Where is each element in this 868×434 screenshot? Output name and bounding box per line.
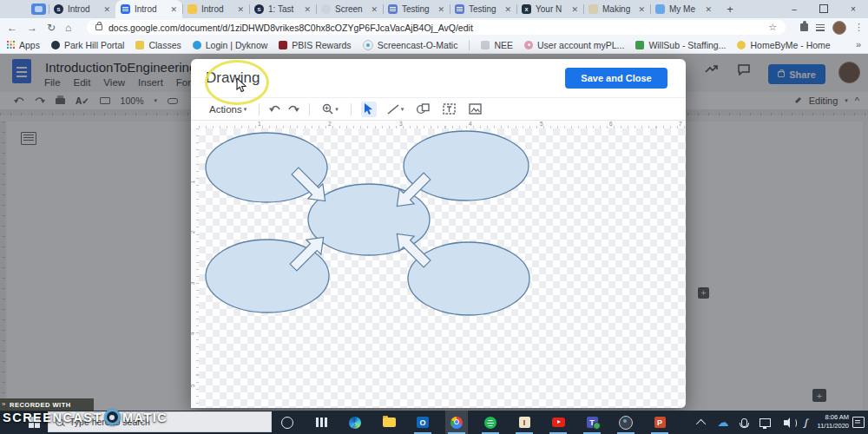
tab-close-icon[interactable]: ✕ <box>437 5 444 14</box>
action-center-icon[interactable] <box>852 417 865 428</box>
stylus-icon[interactable]: ∫ <box>800 416 812 430</box>
tab-label: Introd <box>201 4 234 14</box>
ruler-number: 1 <box>189 181 195 184</box>
generic-icon <box>321 4 331 14</box>
close-button[interactable]: × <box>838 0 868 17</box>
tab-close-icon[interactable]: ✕ <box>170 5 177 14</box>
tab-label: My Me <box>669 4 702 14</box>
reload-icon[interactable]: ↻ <box>47 22 56 34</box>
page-icon <box>481 41 490 49</box>
text-box-tool[interactable] <box>440 102 458 116</box>
network-icon[interactable] <box>759 416 771 430</box>
drawing-canvas[interactable] <box>199 128 686 408</box>
teams-icon[interactable]: T <box>581 411 603 434</box>
browser-tab[interactable]: Introd ✕ <box>115 0 182 18</box>
schoology-icon: S <box>254 4 264 14</box>
pbis-icon <box>279 41 287 49</box>
file-explorer-icon[interactable] <box>378 411 400 434</box>
browser-tab[interactable]: Making ✕ <box>583 0 650 18</box>
insert-image-tool[interactable] <box>466 102 484 116</box>
youtube-icon[interactable] <box>547 411 569 434</box>
system-tray: ☁ ∫ <box>696 411 812 434</box>
task-view-icon[interactable] <box>310 411 332 434</box>
tab-label: Screen <box>335 4 368 14</box>
undo-icon[interactable] <box>269 104 280 114</box>
bookmarks-overflow-icon[interactable]: » <box>856 39 861 49</box>
bookmark-item[interactable]: PBIS Rewards <box>279 40 351 50</box>
forward-icon[interactable]: → <box>27 22 37 34</box>
browser-tab[interactable]: S 1: Tast ✕ <box>249 0 316 18</box>
browser-menu-icon[interactable]: ⋮ <box>854 22 864 33</box>
browser-tab[interactable]: Testing ✕ <box>383 0 450 18</box>
url-input[interactable]: docs.google.com/document/d/1ziDHWD8vrike… <box>87 20 786 35</box>
ruler-number: 2 <box>189 231 195 234</box>
extensions-icon[interactable] <box>800 23 808 31</box>
tab-close-icon[interactable]: ✕ <box>638 5 645 14</box>
drawing-ellipse[interactable] <box>408 242 529 315</box>
bookmark-item[interactable]: WillSub - Staffing... <box>635 40 726 50</box>
browser-tab[interactable]: Testing ✕ <box>450 0 516 18</box>
screencast-o-matic-icon[interactable] <box>615 411 637 434</box>
home-icon[interactable]: ⌂ <box>65 22 71 34</box>
browser-tab[interactable]: X Your N ✕ <box>516 0 583 18</box>
maximize-button[interactable] <box>809 0 838 17</box>
bookmark-item[interactable]: Classes <box>135 40 181 50</box>
bookmark-star-icon[interactable]: ☆ <box>768 22 777 33</box>
bookmark-item[interactable]: Screencast-O-Matic <box>363 40 458 50</box>
speaker-icon[interactable] <box>779 416 792 430</box>
minimize-button[interactable]: – <box>779 0 809 17</box>
browser-tab[interactable]: Screen ✕ <box>316 0 383 18</box>
bookmark-item[interactable]: Park Hill Portal <box>51 40 124 50</box>
onedrive-icon[interactable]: ☁ <box>717 416 729 430</box>
address-bar-row: ← → ↻ ⌂ docs.google.com/document/d/1ziDH… <box>0 18 868 36</box>
zoom-icon <box>322 103 333 115</box>
zoom-tool[interactable]: ▾ <box>319 102 341 116</box>
tab-close-icon[interactable]: ✕ <box>571 5 578 14</box>
ruler-number: 5 <box>189 385 195 388</box>
profile-avatar[interactable] <box>832 21 846 35</box>
ruler-number: 6 <box>609 121 613 127</box>
chevron-up-icon[interactable] <box>696 416 708 430</box>
tab-close-icon[interactable]: ✕ <box>237 5 244 14</box>
browser-tab[interactable]: Introd ✕ <box>182 0 249 18</box>
edge-icon[interactable] <box>344 411 366 434</box>
spotify-icon[interactable] <box>479 411 502 434</box>
browser-tab[interactable]: S Introd ✕ <box>49 0 115 18</box>
bookmark-item[interactable]: HomeByMe - Home <box>737 40 830 50</box>
microphone-icon[interactable] <box>738 416 750 430</box>
save-and-close-button[interactable]: Save and Close <box>565 68 667 89</box>
line-tool[interactable]: ▾ <box>385 102 407 116</box>
new-tab-button[interactable]: + <box>720 0 740 18</box>
shape-tool[interactable] <box>414 102 432 116</box>
screencast-o-matic-logo-icon <box>104 409 121 425</box>
bookmark-item[interactable] <box>469 40 470 50</box>
tab-label: 1: Tast <box>268 4 301 14</box>
pinned-tab-icon[interactable] <box>31 3 46 15</box>
ruler-number: 7 <box>679 121 682 127</box>
outlook-icon[interactable]: O <box>411 411 434 434</box>
redo-icon[interactable] <box>288 104 299 114</box>
taskbar-clock[interactable]: 8:06 AM 11/11/2020 <box>818 413 849 431</box>
tab-label: Testing <box>469 4 502 14</box>
powerpoint-icon[interactable]: P <box>648 411 671 434</box>
bookmark-item[interactable]: Apps <box>7 40 40 50</box>
reading-list-icon[interactable] <box>816 24 825 31</box>
bookmark-item[interactable]: User account myPL... <box>524 40 624 50</box>
app-i-icon[interactable]: I <box>513 411 536 434</box>
line-icon <box>387 104 399 115</box>
tab-close-icon[interactable]: ✕ <box>705 5 712 14</box>
back-icon[interactable]: ← <box>7 22 17 34</box>
select-tool[interactable] <box>361 102 377 117</box>
chrome-icon[interactable] <box>445 411 468 434</box>
tab-close-icon[interactable]: ✕ <box>371 5 378 14</box>
ruler-number: 3 <box>399 121 403 127</box>
tab-close-icon[interactable]: ✕ <box>504 5 511 14</box>
bookmark-item[interactable]: Login | Dyknow <box>193 40 268 50</box>
browser-tab[interactable]: My Me ✕ <box>650 0 717 18</box>
drawing-ellipse[interactable] <box>404 131 529 201</box>
media-icon <box>655 4 665 14</box>
tab-close-icon[interactable]: ✕ <box>304 5 311 14</box>
tab-close-icon[interactable]: ✕ <box>103 5 110 14</box>
bookmark-item[interactable]: NEE <box>481 40 513 50</box>
cortana-icon[interactable] <box>276 411 299 434</box>
